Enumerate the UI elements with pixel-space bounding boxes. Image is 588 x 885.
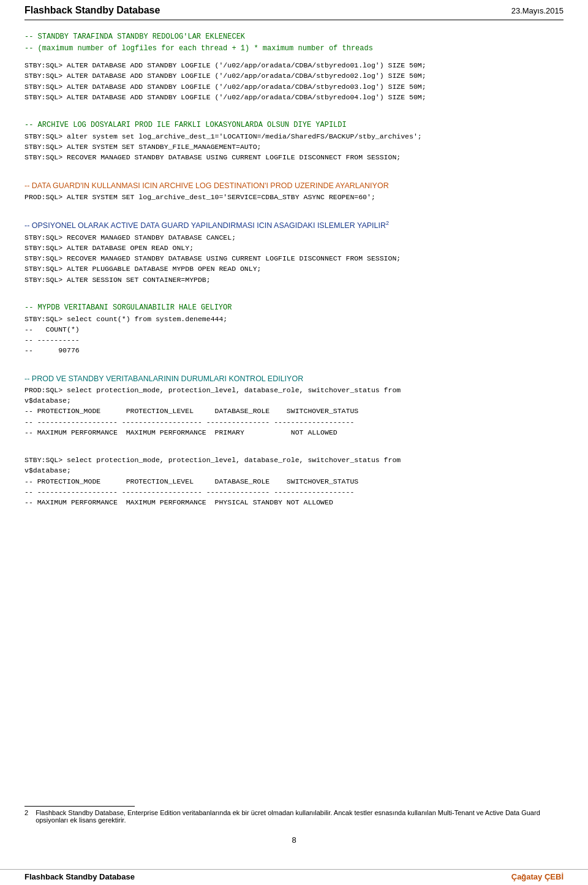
comment-archive: -- ARCHIVE LOG DOSYALARI PROD ILE FARKLI…: [24, 120, 564, 131]
comment-redolog-2: -- (maximum number of logfiles for each …: [24, 43, 564, 55]
code-standby-file: STBY:SQL> ALTER SYSTEM SET STANDBY_FILE_…: [24, 142, 564, 152]
section-dataguard: -- DATA GUARD'IN KULLANMASI ICIN ARCHIVE…: [24, 180, 564, 203]
section-status-check: -- PROD VE STANDBY VERITABANLARININ DURU…: [24, 373, 564, 438]
code-stby-col-header: -- PROTECTION_MODE PROTECTION_LEVEL DATA…: [24, 476, 564, 487]
code-select-count: STBY:SQL> select count(*) from system.de…: [24, 314, 564, 324]
bottom-footer: Flashback Standby Database Çağatay ÇEBİ: [0, 869, 588, 881]
code-prod-select-2: v$database;: [24, 395, 564, 406]
code-logfile-03: STBY:SQL> ALTER DATABASE ADD STANDBY LOG…: [24, 82, 564, 92]
code-logfile-01: STBY:SQL> ALTER DATABASE ADD STANDBY LOG…: [24, 60, 564, 70]
code-prod-select-1: PROD:SQL> select protection_mode, protec…: [24, 385, 564, 395]
code-logfile-04: STBY:SQL> ALTER DATABASE ADD STANDBY LOG…: [24, 92, 564, 102]
footer-right: Çağatay ÇEBİ: [511, 872, 564, 881]
code-prod-divider: -- ------------------- -----------------…: [24, 417, 564, 427]
footnote-area: 2 Flashback Standby Database, Enterprise…: [24, 806, 564, 824]
page-number: 8: [0, 835, 588, 845]
code-logfile-02: STBY:SQL> ALTER DATABASE ADD STANDBY LOG…: [24, 70, 564, 81]
code-alter-session: STBY:SQL> ALTER SESSION SET CONTAINER=MY…: [24, 275, 564, 285]
section-mypdb: -- MYPDB VERITABANI SORGULANABILIR HALE …: [24, 302, 564, 356]
code-count-header: -- COUNT(*): [24, 324, 564, 335]
footnote-superscript: 2: [386, 220, 389, 226]
section-logfile-commands: STBY:SQL> ALTER DATABASE ADD STANDBY LOG…: [24, 60, 564, 102]
section-stby-status: STBY:SQL> select protection_mode, protec…: [24, 455, 564, 507]
footnote-number: 2: [24, 809, 28, 824]
code-stby-select-1: STBY:SQL> select protection_mode, protec…: [24, 455, 564, 465]
code-stby-values: -- MAXIMUM PERFORMANCE MAXIMUM PERFORMAN…: [24, 497, 564, 507]
code-count-value: -- 90776: [24, 345, 564, 355]
code-stby-divider: -- ------------------- -----------------…: [24, 487, 564, 497]
comment-mypdb: -- MYPDB VERITABANI SORGULANABILIR HALE …: [24, 302, 564, 314]
code-recover-current: STBY:SQL> RECOVER MANAGED STANDBY DATABA…: [24, 253, 564, 264]
comment-redolog-1: -- STANDBY TARAFINDA STANDBY REDOLOG'LAR…: [24, 31, 564, 43]
footer-left: Flashback Standby Database: [24, 872, 135, 881]
footnote-row: 2 Flashback Standby Database, Enterprise…: [24, 809, 564, 824]
footnote-text: Flashback Standby Database, Enterprise E…: [36, 809, 564, 824]
header-date: 23.Mayıs.2015: [511, 6, 564, 15]
section-archive-comment: -- ARCHIVE LOG DOSYALARI PROD ILE FARKLI…: [24, 120, 564, 162]
section-active-dataguard: -- OPSIYONEL OLARAK ACTIVE DATA GUARD YA…: [24, 219, 564, 285]
page-header: Flashback Standby Database 23.Mayıs.2015: [24, 0, 564, 20]
main-content: -- STANDBY TARAFINDA STANDBY REDOLOG'LAR…: [24, 31, 564, 507]
code-recover-cancel: STBY:SQL> RECOVER MANAGED STANDBY DATABA…: [24, 232, 564, 243]
code-dataguard-dest: PROD:SQL> ALTER SYSTEM SET log_archive_d…: [24, 192, 564, 202]
code-alter-pdb: STBY:SQL> ALTER PLUGGABLE DATABASE MYPDB…: [24, 264, 564, 274]
header-title: Flashback Standby Database: [24, 5, 160, 16]
heading-active-dg: -- OPSIYONEL OLARAK ACTIVE DATA GUARD YA…: [24, 219, 564, 232]
code-archive-dest: STBY:SQL> alter system set log_archive_d…: [24, 131, 564, 142]
code-prod-col-header: -- PROTECTION_MODE PROTECTION_LEVEL DATA…: [24, 406, 564, 416]
section-redolog-comment: -- STANDBY TARAFINDA STANDBY REDOLOG'LAR…: [24, 31, 564, 54]
heading-dataguard: -- DATA GUARD'IN KULLANMASI ICIN ARCHIVE…: [24, 180, 564, 192]
code-stby-select-2: v$database;: [24, 465, 564, 476]
code-count-divider: -- ----------: [24, 335, 564, 345]
code-prod-values: -- MAXIMUM PERFORMANCE MAXIMUM PERFORMAN…: [24, 427, 564, 438]
code-alter-db-open: STBY:SQL> ALTER DATABASE OPEN READ ONLY;: [24, 243, 564, 253]
code-recover-managed: STBY:SQL> RECOVER MANAGED STANDBY DATABA…: [24, 152, 564, 162]
footnote-divider: [24, 806, 135, 807]
heading-status: -- PROD VE STANDBY VERITABANLARININ DURU…: [24, 373, 564, 385]
